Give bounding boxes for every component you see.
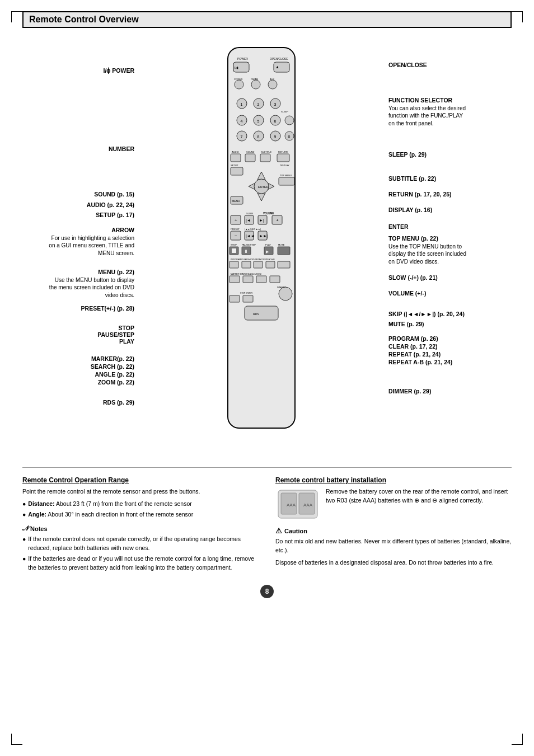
label-power: I/ϕ POWER	[28, 67, 134, 75]
svg-rect-95	[270, 276, 280, 283]
svg-rect-79	[232, 248, 236, 253]
svg-text:PROGRAM  CLEAR  AUDIO  REPEAT : PROGRAM CLEAR AUDIO REPEAT REPEAT A-B	[231, 259, 275, 261]
svg-text:+: +	[235, 218, 237, 223]
svg-text:RDS: RDS	[253, 312, 259, 316]
svg-text:7: 7	[241, 135, 243, 139]
corner-bl	[11, 734, 22, 745]
svg-text:|◄◄  SKIP  ►►|: |◄◄ SKIP ►►|	[245, 228, 261, 231]
svg-point-26	[285, 116, 294, 125]
svg-rect-93	[243, 276, 253, 283]
svg-text:MARKER  SEARCH  ANGLE  ZOOM: MARKER SEARCH ANGLE ZOOM	[231, 273, 261, 275]
svg-rect-86	[229, 261, 238, 268]
battery-title: Remote control battery installation	[275, 476, 512, 484]
svg-point-12	[268, 80, 277, 89]
label-repeat-ab: REPEAT A-B (p. 21, 24)	[388, 359, 506, 367]
label-skip: SKIP (|◄◄/►►|) (p. 20, 24)	[388, 311, 506, 318]
svg-rect-39	[231, 154, 241, 162]
angle-bullet: ● Angle: About 30° in each direction in …	[22, 510, 259, 519]
svg-text:RETURN: RETURN	[278, 151, 288, 153]
svg-text:MENU: MENU	[232, 199, 240, 203]
battery-text: Remove the battery cover on the rear of …	[326, 487, 512, 518]
label-menu: MENU (p. 22) Use the MENU button to disp…	[28, 269, 134, 299]
svg-text:1: 1	[241, 102, 243, 106]
svg-text:TOP MENU: TOP MENU	[280, 174, 292, 177]
battery-image: AAA AAA	[275, 487, 320, 521]
svg-text:⏸: ⏸	[243, 249, 248, 254]
label-zoom: ZOOM (p. 22)	[28, 379, 134, 387]
svg-text:|◄◄: |◄◄	[246, 234, 255, 238]
svg-rect-90	[278, 261, 290, 268]
svg-text:9: 9	[274, 135, 277, 139]
caution-line-2: Dispose of batteries in a designated dis…	[275, 558, 512, 567]
svg-text:▲: ▲	[275, 65, 279, 69]
label-top-menu: TOP MENU (p. 22) Use the TOP MENU button…	[388, 235, 506, 266]
caution-line-1: Do not mix old and new batteries. Never …	[275, 537, 512, 555]
svg-rect-41	[260, 154, 270, 162]
svg-text:ENTER: ENTER	[258, 185, 269, 189]
svg-text:SLOW: SLOW	[246, 212, 253, 215]
note-1: ● If the remote control does not operate…	[22, 535, 259, 553]
corner-br	[512, 734, 523, 745]
label-arrow: ARROW For use in highlighting a selectio…	[28, 227, 134, 257]
page-number: 8	[260, 585, 274, 598]
svg-point-11	[251, 80, 260, 89]
label-return: RETURN (p. 17, 20, 25)	[388, 191, 506, 199]
svg-point-10	[235, 80, 243, 89]
notes-section: 𝒩 Notes ● If the remote control does not…	[22, 524, 259, 572]
svg-text:6: 6	[274, 119, 277, 123]
label-play: PLAY	[28, 338, 134, 346]
svg-text:SLEEP: SLEEP	[281, 110, 288, 113]
label-enter: ENTER	[388, 223, 506, 231]
svg-rect-84	[278, 247, 290, 255]
svg-text:AAA: AAA	[287, 503, 296, 508]
svg-text:STOP: STOP	[231, 243, 237, 246]
operation-range-section: Remote Control Operation Range Point the…	[22, 476, 259, 574]
label-slow: SLOW (-/+) (p. 21)	[388, 274, 506, 282]
corner-tr	[512, 11, 523, 22]
label-subtitle: SUBTITLE (p. 22)	[388, 175, 506, 183]
svg-text:−: −	[235, 233, 237, 238]
svg-text:8: 8	[257, 135, 260, 139]
label-func-selector: FUNCTION SELECTOR You can also select th…	[388, 97, 506, 128]
label-open-close: OPEN/CLOSE	[388, 62, 506, 69]
svg-rect-98	[229, 295, 240, 302]
svg-text:VOLUME: VOLUME	[263, 212, 274, 215]
left-labels: I/ϕ POWER NUMBER SOUND (p. 15) AUDIO (p.…	[22, 36, 134, 456]
page-number-area: 8	[22, 585, 512, 598]
svg-text:|◄: |◄	[246, 218, 251, 223]
label-volume: VOLUME (+/-)	[388, 290, 506, 298]
caution-section: ⚠ Caution Do not mix old and new batteri…	[275, 527, 512, 567]
label-clear: CLEAR (p. 17, 22)	[388, 343, 506, 351]
svg-text:►|: ►|	[259, 218, 264, 223]
label-sleep: SLEEP (p. 29)	[388, 151, 506, 159]
remote-diagram: I/ϕ POWER NUMBER SOUND (p. 15) AUDIO (p.…	[22, 36, 512, 456]
right-labels: OPEN/CLOSE FUNCTION SELECTOR You can als…	[388, 36, 512, 456]
svg-rect-101	[245, 306, 278, 320]
label-rds: RDS (p. 29)	[28, 399, 134, 407]
label-display: DISPLAY (p. 16)	[388, 206, 506, 214]
svg-text:MUTE: MUTE	[278, 243, 285, 246]
svg-rect-53	[279, 177, 294, 185]
svg-text:SETUP: SETUP	[231, 164, 238, 167]
battery-section: Remote control battery installation AAA …	[275, 476, 512, 574]
label-audio: AUDIO (p. 22, 24)	[28, 201, 134, 209]
remote-svg: POWER OPEN/CLOSE I/ϕ ▲ CD/DVD FM/AM AUX …	[214, 42, 309, 445]
label-sound: SOUND (p. 15)	[28, 191, 134, 199]
label-repeat: REPEAT (p. 21, 24)	[388, 351, 506, 359]
svg-text:STEP  ENTER: STEP ENTER	[240, 292, 252, 294]
label-marker: MARKER(p. 22)	[28, 355, 134, 363]
svg-text:4: 4	[241, 119, 243, 123]
label-dimmer: DIMMER (p. 29)	[388, 388, 506, 396]
svg-rect-88	[254, 261, 263, 268]
svg-text:AAA: AAA	[303, 503, 313, 508]
svg-text:OPEN/CLOSE: OPEN/CLOSE	[270, 57, 288, 60]
remote-image: POWER OPEN/CLOSE I/ϕ ▲ CD/DVD FM/AM AUX …	[134, 36, 388, 456]
label-setup: SETUP (p. 17)	[28, 212, 134, 219]
svg-text:AUDIO: AUDIO	[232, 151, 239, 153]
svg-text:PLAY: PLAY	[265, 243, 271, 246]
label-program: PROGRAM (p. 26)	[388, 335, 506, 343]
svg-point-100	[279, 287, 292, 300]
distance-bullet: ● Distance: About 23 ft (7 m) from the f…	[22, 500, 259, 509]
notes-icon: 𝒩	[22, 524, 28, 533]
svg-text:0: 0	[288, 135, 291, 139]
